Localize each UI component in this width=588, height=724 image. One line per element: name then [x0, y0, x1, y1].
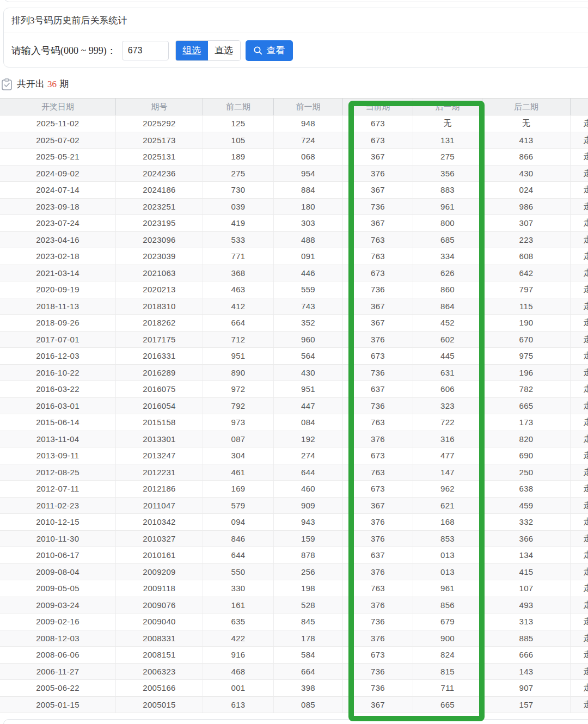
cell-next-2: 797 [482, 281, 571, 298]
search-button-label: 查看 [266, 44, 285, 57]
cell-period-number: 2008331 [116, 630, 203, 647]
cell-draw-date: 2012-08-25 [0, 464, 116, 481]
cell-prev-1: 884 [274, 182, 343, 198]
cell-prev-1: 584 [274, 647, 343, 663]
cell-next-2: 190 [482, 315, 571, 331]
cell-partial: 走 [571, 115, 588, 132]
cell-next-1: 626 [413, 265, 482, 281]
cell-partial: 走 [571, 248, 588, 265]
cell-draw-date: 2009-05-05 [0, 580, 116, 597]
cell-partial: 走 [571, 132, 588, 149]
cell-draw-date: 2018-11-13 [0, 298, 116, 315]
direct-select-button[interactable]: 直选 [208, 41, 240, 60]
number-input[interactable] [122, 41, 169, 60]
cell-period-number: 2009209 [116, 564, 203, 580]
cell-next-1: 334 [413, 248, 482, 265]
cell-partial: 走 [571, 531, 588, 547]
cell-current: 673 [343, 348, 413, 364]
cell-prev-2: 169 [203, 481, 274, 497]
column-header-next-1: 后一期 [413, 99, 482, 115]
column-header-current: 当前期 [343, 99, 413, 115]
cell-next-1: 824 [413, 647, 482, 663]
table-header-row: 开奖日期期号前二期前一期当前期后一期后二期 [0, 98, 588, 115]
table-row: 2023-04-162023096533488763685223走 [0, 232, 588, 249]
cell-partial: 走 [571, 215, 588, 231]
cell-next-1: 685 [413, 232, 482, 248]
cell-next-2: 107 [482, 580, 571, 597]
cell-draw-date: 2024-07-14 [0, 182, 116, 198]
cell-draw-date: 2005-01-15 [0, 697, 116, 713]
cell-next-1: 815 [413, 664, 482, 680]
cell-current: 637 [343, 381, 413, 397]
table-row: 2016-03-012016054792447736323665走 [0, 398, 588, 415]
cell-prev-1: 446 [274, 265, 343, 281]
cell-period-number: 2021063 [116, 265, 203, 281]
page-title: 排列3号码历史前后关系统计 [4, 8, 588, 33]
cell-prev-2: 419 [203, 215, 274, 231]
cell-next-2: 690 [482, 447, 571, 464]
table-row: 2016-03-222016075972951637606782走 [0, 381, 588, 398]
cell-current: 673 [343, 115, 413, 132]
cell-current: 763 [343, 580, 413, 597]
cell-next-1: 477 [413, 447, 482, 464]
cell-next-1: 860 [413, 281, 482, 298]
cell-next-1: 864 [413, 298, 482, 315]
cell-draw-date: 2023-09-18 [0, 199, 116, 215]
cell-next-2: 307 [482, 215, 571, 231]
cell-next-2: 415 [482, 564, 571, 580]
cell-next-1: 356 [413, 165, 482, 182]
cell-draw-date: 2009-03-24 [0, 597, 116, 613]
cell-prev-2: 463 [203, 281, 274, 298]
cell-next-2: 173 [482, 414, 571, 431]
cell-period-number: 2010327 [116, 531, 203, 547]
cell-period-number: 2023039 [116, 248, 203, 265]
cell-prev-2: 533 [203, 232, 274, 248]
cell-next-2: 986 [482, 199, 571, 215]
cell-next-2: 332 [482, 514, 571, 530]
cell-current: 367 [343, 298, 413, 315]
cell-prev-2: 730 [203, 182, 274, 198]
cell-current: 367 [343, 182, 413, 198]
cell-next-1: 853 [413, 531, 482, 547]
cell-next-1: 275 [413, 149, 482, 165]
cell-period-number: 2011047 [116, 498, 203, 514]
table-row: 2018-09-262018262664352367452190走 [0, 315, 588, 332]
cell-next-2: 024 [482, 182, 571, 198]
cell-next-1: 445 [413, 348, 482, 364]
cell-current: 763 [343, 414, 413, 431]
cell-draw-date: 2010-06-17 [0, 547, 116, 563]
cell-prev-2: 125 [203, 115, 274, 132]
cell-current: 376 [343, 165, 413, 182]
cell-current: 673 [343, 132, 413, 149]
cell-prev-1: 274 [274, 447, 343, 464]
cell-next-1: 323 [413, 398, 482, 414]
cell-current: 376 [343, 431, 413, 447]
page: 排列3号码历史前后关系统计 请输入号码(000 ~ 999)： 组选 直选 查看 [0, 0, 588, 724]
cell-partial: 走 [571, 149, 588, 165]
cell-period-number: 2013301 [116, 431, 203, 447]
cell-current: 637 [343, 547, 413, 563]
cell-prev-1: 724 [274, 132, 343, 149]
cell-current: 763 [343, 248, 413, 265]
cell-period-number: 2010342 [116, 514, 203, 530]
cell-prev-1: 743 [274, 298, 343, 315]
cell-prev-2: 635 [203, 613, 274, 630]
search-button[interactable]: 查看 [246, 40, 293, 61]
table-row: 2016-12-032016331951564673445975走 [0, 348, 588, 365]
cell-draw-date: 2010-12-15 [0, 514, 116, 530]
cell-next-1: 679 [413, 613, 482, 630]
cell-prev-1: 644 [274, 464, 343, 481]
table-row: 2009-02-162009040635845736679313走 [0, 613, 588, 630]
cell-prev-1: 085 [274, 697, 343, 713]
previous-panel-edge [4, 0, 588, 2]
cell-period-number: 2018262 [116, 315, 203, 331]
cell-current: 367 [343, 498, 413, 514]
cell-prev-2: 468 [203, 664, 274, 680]
group-select-button[interactable]: 组选 [176, 41, 208, 60]
cell-current: 673 [343, 481, 413, 497]
table-row: 2025-07-022025173105724673131413走 [0, 132, 588, 149]
cell-prev-1: 845 [274, 613, 343, 630]
result-count-text: 共开出36期 [17, 78, 69, 90]
cell-prev-2: 412 [203, 298, 274, 315]
mode-toggle: 组选 直选 [175, 40, 241, 61]
